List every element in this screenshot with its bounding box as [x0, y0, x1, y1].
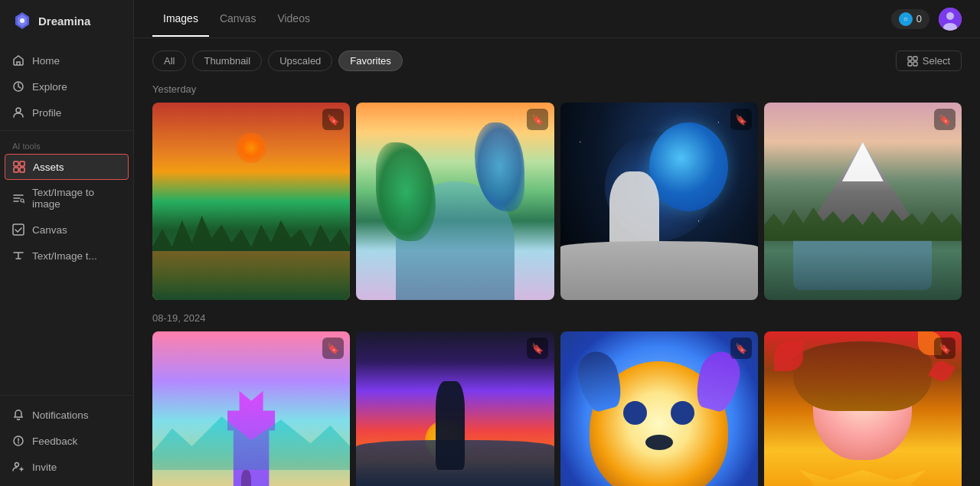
invite-icon — [12, 461, 24, 473]
tab-images[interactable]: Images — [152, 2, 209, 37]
main-tabs: Images Canvas Videos — [152, 2, 321, 37]
sidebar-item-notifications[interactable]: Notifications — [0, 402, 133, 428]
explore-icon — [12, 80, 24, 93]
bookmark-btn-5[interactable]: 🔖 — [322, 338, 344, 359]
sidebar-item-text-t[interactable]: Text/Image t... — [0, 243, 133, 269]
credits-badge[interactable]: ○ 0 — [891, 9, 929, 29]
sidebar-item-invite[interactable]: Invite — [0, 454, 133, 480]
bookmark-btn-1[interactable]: 🔖 — [322, 109, 344, 130]
filter-upscaled[interactable]: Upscaled — [268, 51, 332, 71]
sidebar-item-text-to-image-label: Text/Image to image — [32, 187, 121, 210]
sidebar-item-canvas-label: Canvas — [32, 224, 67, 236]
select-button[interactable]: Select — [896, 51, 962, 71]
sidebar-item-text-t-label: Text/Image t... — [32, 250, 97, 262]
bookmark-btn-8[interactable]: 🔖 — [934, 338, 956, 359]
svg-rect-19 — [913, 62, 917, 66]
ai-tools-label: AI tools — [0, 135, 133, 154]
image-card-8[interactable]: 🔖 — [764, 331, 962, 486]
bell-icon — [12, 409, 24, 421]
bookmark-btn-7[interactable]: 🔖 — [730, 338, 752, 359]
home-icon — [12, 54, 24, 67]
sidebar-item-explore[interactable]: Explore — [0, 73, 133, 99]
sidebar-item-home-label: Home — [32, 55, 60, 67]
avatar[interactable] — [939, 8, 962, 31]
svg-rect-8 — [20, 168, 24, 172]
text-t-icon — [12, 250, 24, 262]
sidebar-bottom: Notifications Feedback Invite — [0, 395, 133, 486]
credit-count: 0 — [916, 13, 922, 24]
page-header: Images Canvas Videos ○ 0 — [134, 0, 980, 38]
svg-rect-17 — [913, 57, 917, 60]
svg-rect-16 — [908, 57, 912, 60]
tab-canvas[interactable]: Canvas — [209, 2, 266, 37]
image-card-3[interactable]: 🔖 — [560, 103, 758, 300]
feedback-icon — [12, 435, 24, 447]
sidebar-item-explore-label: Explore — [32, 81, 67, 93]
filter-thumbnail[interactable]: Thumbnail — [192, 51, 262, 71]
svg-point-12 — [15, 463, 19, 467]
bookmark-btn-6[interactable]: 🔖 — [527, 338, 548, 359]
svg-rect-10 — [13, 224, 24, 235]
svg-rect-5 — [14, 161, 18, 166]
select-icon — [907, 56, 918, 67]
header-right: ○ 0 — [891, 8, 962, 31]
text-to-image-icon — [12, 192, 24, 204]
assets-icon — [13, 161, 25, 173]
sidebar-item-canvas[interactable]: Canvas — [0, 217, 133, 243]
sidebar-item-text-to-image[interactable]: Text/Image to image — [0, 180, 133, 217]
image-grid-aug: 🔖 🔖 — [152, 331, 962, 486]
image-card-1[interactable]: 🔖 — [152, 103, 350, 300]
sidebar-item-profile[interactable]: Profile — [0, 99, 133, 126]
sidebar-item-assets-label: Assets — [33, 161, 64, 173]
sidebar-item-profile-label: Profile — [32, 107, 61, 119]
sidebar-item-home[interactable]: Home — [0, 47, 133, 73]
svg-rect-18 — [908, 62, 912, 66]
filter-buttons: All Thumbnail Upscaled Favorites — [152, 51, 403, 71]
filter-all[interactable]: All — [152, 51, 186, 71]
image-grid-yesterday: 🔖 🔖 — [152, 103, 962, 300]
sidebar-item-assets[interactable]: Assets — [5, 154, 129, 180]
bookmark-btn-4[interactable]: 🔖 — [934, 109, 956, 130]
main-content: Images Canvas Videos ○ 0 — [134, 0, 980, 486]
image-card-2[interactable]: 🔖 — [356, 103, 554, 300]
logo-area[interactable]: Dreamina — [0, 0, 133, 41]
image-card-4[interactable]: 🔖 — [764, 103, 962, 300]
svg-rect-6 — [20, 161, 24, 166]
svg-rect-7 — [14, 168, 18, 172]
section-date-aug: 08-19, 2024 — [152, 312, 962, 324]
svg-point-2 — [20, 18, 24, 23]
sidebar-navigation: Home Explore Profile AI tools — [0, 41, 133, 395]
sidebar-item-feedback[interactable]: Feedback — [0, 428, 133, 454]
filter-bar: All Thumbnail Upscaled Favorites Select — [152, 51, 962, 71]
sidebar: Dreamina Home Explore — [0, 0, 134, 486]
sidebar-item-invite-label: Invite — [32, 462, 57, 473]
sidebar-item-notifications-label: Notifications — [32, 409, 89, 421]
select-label: Select — [923, 55, 950, 67]
svg-point-4 — [16, 108, 21, 113]
logo-text: Dreamina — [38, 15, 90, 28]
credit-icon: ○ — [899, 12, 913, 26]
image-card-7[interactable]: 🔖 — [560, 331, 758, 486]
image-card-6[interactable]: 🔖 — [356, 331, 554, 486]
filter-favorites[interactable]: Favorites — [338, 51, 402, 71]
section-date-yesterday: Yesterday — [152, 83, 962, 95]
bookmark-btn-3[interactable]: 🔖 — [730, 109, 752, 130]
tab-videos[interactable]: Videos — [266, 2, 321, 37]
bookmark-btn-2[interactable]: 🔖 — [527, 109, 548, 130]
image-card-5[interactable]: 🔖 — [152, 331, 350, 486]
sidebar-divider-1 — [0, 130, 133, 131]
profile-icon — [12, 106, 24, 119]
gallery-content: All Thumbnail Upscaled Favorites Select … — [134, 38, 980, 486]
canvas-icon — [12, 223, 24, 236]
svg-point-14 — [946, 12, 954, 20]
sidebar-item-feedback-label: Feedback — [32, 435, 77, 447]
logo-icon — [12, 11, 32, 31]
